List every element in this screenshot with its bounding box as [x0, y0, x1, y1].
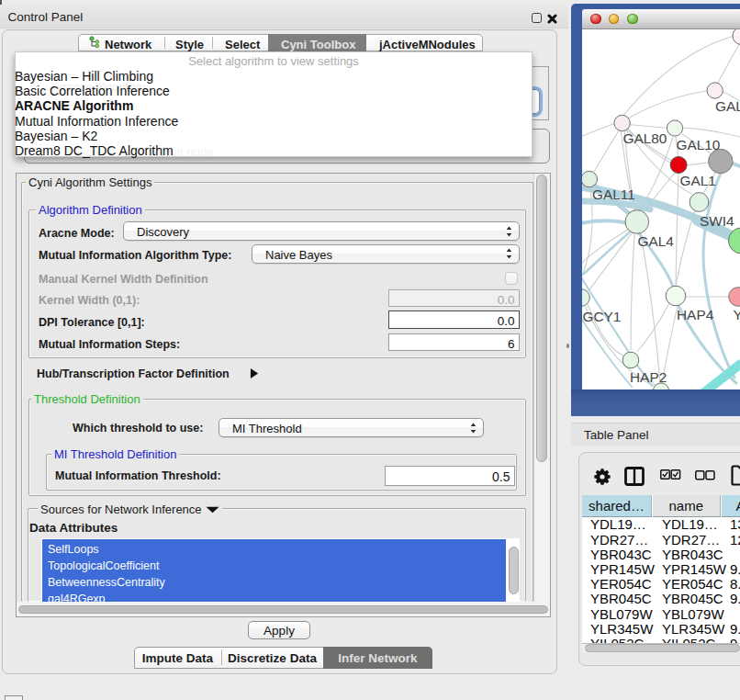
- svg-text:GAL1: GAL1: [680, 173, 716, 188]
- svg-text:GAL10: GAL10: [677, 137, 721, 152]
- svg-text:GAL80: GAL80: [623, 130, 667, 146]
- svg-text:GAL7: GAL7: [715, 98, 740, 114]
- svg-text:GAL4: GAL4: [638, 233, 675, 249]
- svg-text:Y: Y: [734, 307, 740, 322]
- svg-text:SWI4: SWI4: [700, 213, 734, 229]
- svg-text:HAP4: HAP4: [677, 307, 714, 322]
- svg-text:HAP2: HAP2: [630, 369, 667, 385]
- svg-text:GCY1: GCY1: [583, 309, 622, 324]
- svg-text:GAL11: GAL11: [592, 186, 635, 202]
